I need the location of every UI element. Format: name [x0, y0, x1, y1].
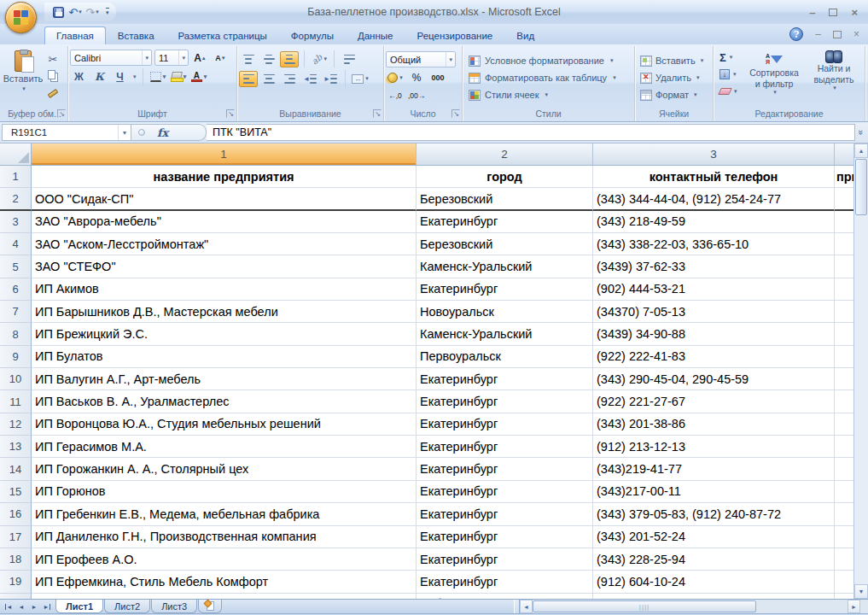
tab-formulas[interactable]: Формулы	[279, 26, 346, 44]
cell-city[interactable]: Екатеринбург	[417, 548, 593, 571]
horizontal-scrollbar[interactable]: ◄ |||| ►	[520, 600, 868, 613]
percent-style-button[interactable]: %	[407, 70, 426, 85]
cell-phone[interactable]: (912) 213-12-13	[593, 436, 835, 458]
font-size-dropdown-icon[interactable]: ▾	[178, 50, 188, 65]
row-number[interactable]: 13	[0, 436, 32, 458]
next-sheet-button[interactable]: ►	[28, 601, 40, 612]
cell-note[interactable]	[835, 390, 853, 413]
italic-button[interactable]: К	[90, 69, 108, 85]
cell-note[interactable]	[835, 323, 853, 345]
cell-phone[interactable]: (343) 338-22-03, 336-65-10	[593, 233, 835, 255]
autosum-button[interactable]: Σ▾	[717, 50, 743, 65]
increase-indent-button[interactable]: ►	[321, 71, 340, 87]
horizontal-scroll-thumb[interactable]: ||||	[533, 600, 756, 612]
cell-phone[interactable]: (912) 604-10-24	[593, 571, 835, 593]
cell-city[interactable]: Березовский	[417, 233, 593, 255]
cell-city[interactable]: Каменск-Уральский	[417, 323, 593, 345]
cell-note[interactable]	[835, 188, 853, 210]
column-header-1[interactable]: 1	[32, 144, 417, 165]
cell-city[interactable]: Екатеринбург	[417, 413, 593, 436]
find-select-button[interactable]: Найти и выделить ▾	[806, 50, 862, 108]
close-button[interactable]: ×	[851, 7, 858, 18]
cell-company[interactable]: ИП Герасимов М.А.	[32, 436, 417, 458]
autosum-dropdown-icon[interactable]: ▾	[730, 54, 733, 61]
restore-button[interactable]	[829, 9, 837, 16]
redo-dropdown-icon[interactable]: ▾	[96, 9, 99, 15]
cell-company[interactable]: ИП Ерофеев А.О.	[32, 548, 417, 571]
vertical-scroll-track[interactable]	[854, 216, 868, 584]
row-number[interactable]: 3	[0, 211, 32, 233]
cell-note[interactable]	[835, 233, 853, 255]
undo-button[interactable]: ↶▾	[68, 4, 82, 20]
cell-company[interactable]: ИП Воронцова Ю.А., Студия мебельных реше…	[32, 413, 417, 436]
name-box-dropdown-icon[interactable]: ▼	[118, 125, 131, 140]
wrap-text-button[interactable]	[340, 51, 358, 67]
cell-city[interactable]: Екатеринбург	[417, 368, 593, 390]
borders-button[interactable]: ▾	[149, 69, 167, 85]
column-header-2[interactable]: 2	[417, 144, 593, 165]
row-number[interactable]: 16	[0, 503, 32, 525]
cell-company[interactable]: ИП Гребенкин Е.В., Медема, мебельная фаб…	[32, 503, 417, 525]
cell-city[interactable]: Екатеринбург	[417, 436, 593, 458]
grow-font-button[interactable]: А▲	[191, 50, 209, 66]
insert-function-button[interactable]: fx	[157, 126, 168, 139]
alignment-dialog-launcher[interactable]	[373, 109, 382, 118]
format-as-table-button[interactable]: Форматировать как таблицу▾	[466, 69, 631, 86]
cell-company[interactable]: ЗАО "Аврора-мебель"	[32, 211, 417, 233]
insert-worksheet-button[interactable]	[198, 600, 222, 613]
tab-view[interactable]: Вид	[504, 26, 546, 44]
font-color-dropdown-icon[interactable]: ▾	[204, 73, 207, 80]
cell-phone[interactable]: (922) 222-41-83	[593, 346, 835, 368]
copy-button[interactable]	[43, 68, 63, 84]
format-cells-button[interactable]: Формат▾	[637, 86, 711, 103]
font-color-button[interactable]: А▾	[190, 69, 208, 85]
cell-company[interactable]: ЗАО "Аском-Лесстроймонтаж"	[32, 233, 417, 255]
row-number[interactable]: 18	[0, 548, 32, 571]
office-button[interactable]	[5, 2, 37, 33]
cell-phone[interactable]: (34370) 7-05-13	[593, 301, 835, 323]
cell-note[interactable]	[835, 436, 853, 458]
customize-qat-button[interactable]: ▾	[106, 8, 109, 16]
cell-company[interactable]: ИП Булатов	[32, 346, 417, 368]
number-dialog-launcher[interactable]	[451, 109, 460, 118]
cell-phone[interactable]: (343) 201-52-24	[593, 526, 835, 548]
font-name-combo[interactable]: Calibri▾	[70, 50, 152, 66]
row-number[interactable]: 15	[0, 481, 32, 503]
cell-note[interactable]	[835, 481, 853, 503]
cell-company[interactable]: ЗАО "СТЕФО"	[32, 255, 417, 278]
header-cell-phone[interactable]: контактный телефон	[593, 166, 835, 188]
save-button[interactable]	[51, 4, 65, 20]
cell-city[interactable]: Екатеринбург	[417, 390, 593, 413]
cell-phone[interactable]: (343) 379-05-83, (912) 240-87-72	[593, 503, 835, 525]
cell-note[interactable]	[835, 278, 853, 301]
cell-city[interactable]: Первоуральск	[417, 346, 593, 368]
font-size-combo[interactable]: 11▾	[154, 50, 189, 66]
column-header-4[interactable]	[835, 144, 853, 165]
scroll-up-button[interactable]: ▲	[854, 144, 868, 158]
cell-company[interactable]: ИП Барышников Д.В., Мастерская мебели	[32, 301, 417, 323]
comma-style-button[interactable]: 000	[428, 70, 447, 85]
row-number[interactable]: 2	[0, 188, 32, 210]
minimize-button[interactable]: –	[809, 7, 815, 18]
row-number[interactable]: 8	[0, 323, 32, 345]
cell-city[interactable]: Березовский	[417, 188, 593, 210]
header-cell-note[interactable]: при	[835, 166, 853, 188]
tab-insert[interactable]: Вставка	[106, 26, 166, 44]
accounting-format-button[interactable]: ▾	[386, 70, 405, 85]
cell-city[interactable]: Екатеринбург	[417, 571, 593, 593]
borders-dropdown-icon[interactable]: ▾	[163, 73, 166, 80]
row-number[interactable]: 17	[0, 526, 32, 548]
cell-note[interactable]	[835, 413, 853, 436]
cell-company[interactable]: ИП Валугин А.Г., Арт-мебель	[32, 368, 417, 390]
fill-button[interactable]: ↓▾	[717, 67, 743, 82]
cell-city[interactable]: Каменск-Уральский	[417, 255, 593, 278]
cell-note[interactable]	[835, 211, 853, 233]
vertical-scrollbar[interactable]: ▲ ▼	[853, 144, 868, 599]
header-cell-company[interactable]: название предприятия	[32, 166, 417, 188]
cell-phone[interactable]: (343)219-41-77	[593, 458, 835, 480]
cell-phone[interactable]: (343) 290-45-04, 290-45-59	[593, 368, 835, 390]
cell-company[interactable]: ИП Брежицкий Э.С.	[32, 323, 417, 345]
bold-button[interactable]: Ж	[70, 69, 88, 85]
select-all-corner[interactable]	[0, 144, 32, 165]
formula-content[interactable]: ПТК "ВИТА"	[207, 124, 855, 141]
